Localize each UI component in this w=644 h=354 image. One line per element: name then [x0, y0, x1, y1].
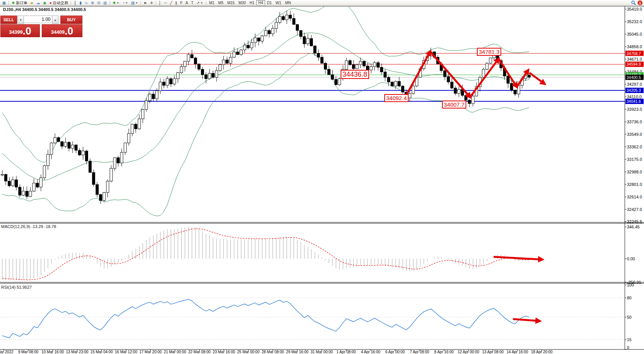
- svg-text:25 Mar 00:00: 25 Mar 00:00: [237, 350, 260, 354]
- svg-text:33736.0: 33736.0: [627, 120, 642, 124]
- timeframe-toolbar: M1M5M15M30H1H4D1W1MN: [207, 0, 293, 6]
- label-icon: T: [191, 0, 193, 5]
- svg-text:9 Mar 08:00: 9 Mar 08:00: [18, 350, 39, 354]
- signal-icon[interactable]: ◉: [42, 0, 48, 6]
- svg-text:12 Apr 00:00: 12 Apr 00:00: [458, 350, 479, 354]
- text-icon: A: [186, 0, 188, 5]
- volume-increase-button[interactable]: ▲: [52, 16, 58, 24]
- timeframe-button-mn[interactable]: MN: [283, 0, 293, 6]
- add-indicator-icon: ✚: [113, 0, 116, 5]
- arrows-icon: ↗: [196, 0, 199, 5]
- timeframe-button-m30[interactable]: M30: [237, 0, 248, 6]
- autotrading-button[interactable]: ●自动交易: [48, 0, 69, 6]
- notification-badge[interactable]: 1: [638, 0, 642, 5]
- svg-text:33923.0: 33923.0: [627, 107, 642, 112]
- timeframe-button-m1[interactable]: M1: [207, 0, 216, 6]
- timeframe-button-d1[interactable]: D1: [265, 0, 274, 6]
- svg-text:34041.6: 34041.6: [627, 99, 641, 104]
- add-indicator-icon[interactable]: ✚▼: [111, 0, 121, 6]
- timeframe-button-h1[interactable]: H1: [248, 0, 256, 6]
- macd-label: MACD(12,26,9) -13.29 -18.78: [1, 224, 56, 229]
- ask-price[interactable]: 34409 .0: [42, 24, 82, 37]
- svg-text:34400.5: 34400.5: [627, 75, 641, 80]
- channel-icon[interactable]: ∥: [174, 0, 178, 6]
- search-icon[interactable]: [631, 0, 636, 5]
- zoom-in-icon[interactable]: ⊕: [89, 0, 95, 6]
- sell-button[interactable]: SELL: [0, 16, 17, 24]
- svg-text:14 Apr 16:00: 14 Apr 16:00: [507, 350, 528, 354]
- chart-window-icon[interactable]: ▦: [1, 0, 7, 6]
- svg-text:4 Apr 16:00: 4 Apr 16:00: [361, 350, 380, 354]
- one-click-trading-panel: SELL ▼ ▲ BUY 34399 .0 34409 .0: [0, 16, 82, 37]
- fibonacci-icon: F: [180, 0, 182, 5]
- vertical-line-icon[interactable]: │: [157, 0, 163, 6]
- chart-ohlc-header: DJ30-,H4 34400.5 34400.5 34400.5 34400.5: [3, 7, 86, 12]
- svg-text:15 Mar 04:00: 15 Mar 04:00: [90, 350, 113, 354]
- volume-decrease-button[interactable]: ▼: [17, 16, 24, 24]
- fibonacci-icon[interactable]: F: [178, 0, 184, 6]
- signal-icon: ◉: [43, 0, 47, 5]
- svg-text:34110.0: 34110.0: [627, 94, 642, 99]
- trendline-icon[interactable]: ╱: [168, 0, 174, 6]
- period-clock-icon[interactable]: ◔▼: [121, 0, 129, 6]
- chart-canvas[interactable]: 35419.035232.035045.034858.034671.034484…: [0, 0, 644, 354]
- bid-price[interactable]: 34399 .0: [0, 24, 40, 37]
- templates-icon: ▨: [131, 0, 134, 5]
- price-annotation[interactable]: 34781.3: [477, 48, 501, 56]
- svg-text:80: 80: [627, 296, 631, 300]
- svg-text:13 Mar 23:00: 13 Mar 23:00: [66, 350, 88, 354]
- bid-price-main: 34399: [9, 28, 23, 36]
- svg-text:8 Mar 2022: 8 Mar 2022: [0, 350, 14, 354]
- timeframe-button-h4[interactable]: H4: [256, 0, 265, 6]
- horizontal-line-icon[interactable]: ─: [163, 0, 168, 6]
- svg-text:29 Mar 16:00: 29 Mar 16:00: [286, 350, 308, 354]
- ingot-icon: ▰: [30, 0, 33, 5]
- line-chart-icon[interactable]: ∿: [83, 0, 89, 6]
- svg-text:7 Apr 08:00: 7 Apr 08:00: [410, 350, 429, 354]
- volume-input[interactable]: [24, 16, 52, 23]
- cloud-icon[interactable]: ☁: [35, 0, 42, 6]
- crosshair-icon[interactable]: ✛: [148, 0, 155, 6]
- chart-window-icon: ▦: [2, 0, 6, 5]
- zoom-out-icon[interactable]: ⊖: [96, 0, 102, 6]
- svg-text:32988.0: 32988.0: [627, 170, 642, 174]
- cursor-icon[interactable]: ➤: [142, 0, 148, 6]
- chevron-down-icon: ▼: [135, 0, 138, 5]
- timeframe-button-m5[interactable]: M5: [216, 0, 226, 6]
- price-annotation[interactable]: 34092.4: [384, 94, 409, 102]
- chevron-down-icon: ▼: [125, 0, 128, 5]
- label-icon[interactable]: T: [189, 0, 195, 6]
- svg-text:32614.0: 32614.0: [627, 195, 642, 199]
- buy-button[interactable]: BUY: [60, 16, 82, 24]
- toolbar-separator: [156, 1, 156, 5]
- bar-chart-icon[interactable]: ║: [72, 0, 78, 6]
- svg-text:346.45: 346.45: [627, 225, 640, 229]
- arrows-icon[interactable]: ↗▼: [195, 0, 204, 6]
- svg-text:34594.9: 34594.9: [627, 62, 641, 66]
- cloud-icon: ☁: [36, 0, 40, 5]
- text-icon[interactable]: A: [184, 0, 190, 6]
- tile-windows-icon: ▥: [103, 0, 107, 5]
- timeframe-button-m15[interactable]: M15: [225, 0, 236, 6]
- svg-text:35045.0: 35045.0: [627, 32, 642, 36]
- svg-text:16 Mar 12:00: 16 Mar 12:00: [115, 350, 137, 354]
- candle-chart-icon[interactable]: ▮: [78, 0, 83, 6]
- price-annotation[interactable]: 34007.7: [442, 101, 466, 109]
- timeframe-button-w1[interactable]: W1: [274, 0, 283, 6]
- price-annotation[interactable]: 34436.8: [341, 70, 369, 79]
- trendline-icon: ╱: [170, 0, 172, 5]
- svg-text:34671.0: 34671.0: [627, 57, 642, 61]
- toolbar-separator: [71, 1, 71, 5]
- crosshair-icon: ✛: [150, 0, 153, 5]
- svg-text:34297.0: 34297.0: [627, 82, 642, 87]
- new-order-button[interactable]: ✚新订单: [10, 0, 28, 6]
- horizontal-line-icon: ─: [164, 0, 167, 5]
- svg-text:32801.0: 32801.0: [627, 182, 642, 187]
- svg-text:28 Mar 08:00: 28 Mar 08:00: [262, 350, 284, 354]
- svg-text:34758.7: 34758.7: [627, 51, 641, 56]
- ingot-icon[interactable]: ▰: [29, 0, 35, 6]
- tile-windows-icon[interactable]: ▥: [102, 0, 108, 6]
- line-chart-icon: ∿: [85, 0, 88, 5]
- svg-text:33362.0: 33362.0: [627, 145, 642, 149]
- templates-icon[interactable]: ▨▼: [129, 0, 139, 6]
